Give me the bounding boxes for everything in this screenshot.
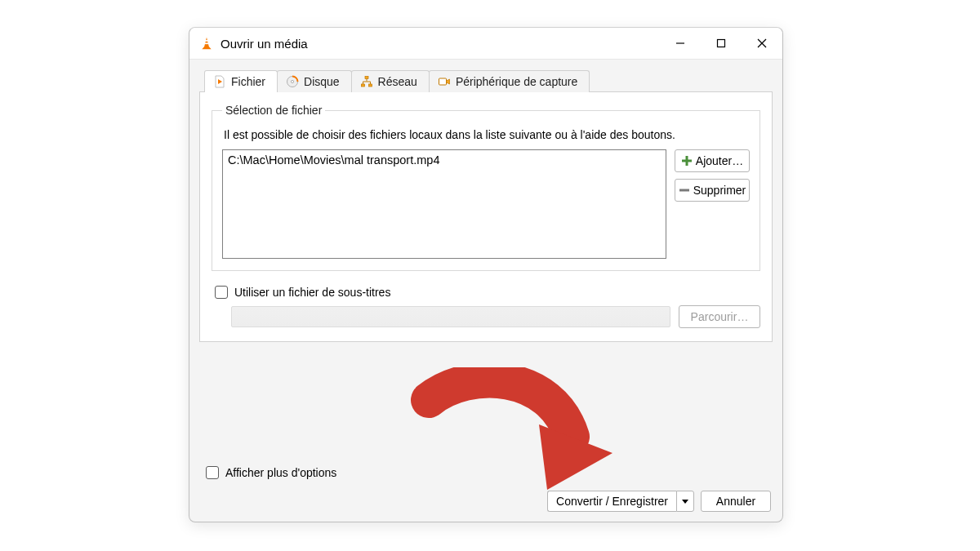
file-play-icon [213, 75, 226, 88]
file-list-item[interactable]: C:\Mac\Home\Movies\mal transport.mp4 [228, 153, 661, 167]
plus-icon [681, 155, 693, 167]
minimize-button[interactable] [660, 28, 701, 59]
window-title: Ouvrir un média [220, 37, 308, 51]
button-label: Parcourir… [691, 310, 749, 323]
svg-marker-3 [202, 47, 211, 49]
tab-capture[interactable]: Périphérique de capture [429, 70, 590, 92]
tab-label: Périphérique de capture [456, 75, 577, 88]
file-selection-legend: Sélection de fichier [222, 104, 325, 117]
svg-rect-18 [679, 189, 689, 192]
open-media-dialog: Ouvrir un média Fich [189, 27, 783, 522]
browse-subtitles-button[interactable]: Parcourir… [679, 305, 760, 328]
subtitle-path-field [231, 306, 670, 327]
svg-marker-15 [446, 79, 449, 84]
show-more-options-checkbox[interactable] [206, 466, 219, 479]
cancel-button[interactable]: Annuler [701, 491, 771, 512]
tab-file[interactable]: Fichier [204, 70, 278, 92]
disc-icon [286, 75, 299, 88]
svg-rect-14 [439, 78, 446, 85]
button-label: Annuler [716, 495, 755, 508]
use-subtitles-label: Utiliser un fichier de sous-titres [234, 286, 390, 299]
file-list[interactable]: C:\Mac\Home\Movies\mal transport.mp4 [222, 149, 666, 259]
svg-rect-13 [368, 84, 372, 87]
tab-label: Réseau [378, 75, 417, 88]
title-bar: Ouvrir un média [189, 28, 782, 60]
show-more-options-label: Afficher plus d'options [225, 466, 336, 479]
tab-disc[interactable]: Disque [277, 70, 352, 92]
button-label: Ajouter… [696, 154, 743, 167]
maximize-button[interactable] [701, 28, 742, 59]
chevron-down-icon [681, 495, 689, 508]
minus-icon [679, 184, 690, 196]
tab-label: Fichier [231, 75, 265, 88]
file-selection-group: Sélection de fichier Il est possible de … [212, 104, 760, 271]
tab-bar: Fichier Disque [204, 68, 773, 92]
svg-rect-5 [718, 40, 725, 47]
network-icon [360, 75, 373, 88]
file-selection-instructions: Il est possible de choisir des fichiers … [224, 128, 750, 141]
button-label: Supprimer [693, 184, 746, 197]
vlc-cone-icon [199, 36, 214, 51]
svg-rect-17 [682, 160, 692, 162]
add-file-button[interactable]: Ajouter… [675, 149, 750, 172]
convert-save-dropdown[interactable] [676, 491, 694, 512]
svg-rect-2 [205, 42, 209, 44]
convert-save-button[interactable]: Convertir / Enregistrer [547, 491, 676, 512]
close-button[interactable] [742, 28, 782, 59]
svg-marker-19 [682, 500, 688, 504]
capture-device-icon [438, 75, 451, 88]
tab-network[interactable]: Réseau [351, 70, 430, 92]
remove-file-button[interactable]: Supprimer [675, 179, 750, 202]
svg-rect-1 [205, 40, 207, 42]
svg-rect-12 [361, 84, 364, 87]
tab-label: Disque [304, 75, 340, 88]
tab-page-file: Sélection de fichier Il est possible de … [199, 91, 773, 342]
button-label: Convertir / Enregistrer [556, 495, 668, 508]
convert-save-split-button[interactable]: Convertir / Enregistrer [547, 491, 694, 512]
use-subtitles-checkbox[interactable] [215, 286, 228, 299]
svg-rect-11 [365, 77, 368, 79]
svg-marker-0 [204, 38, 209, 47]
svg-point-10 [291, 80, 293, 82]
